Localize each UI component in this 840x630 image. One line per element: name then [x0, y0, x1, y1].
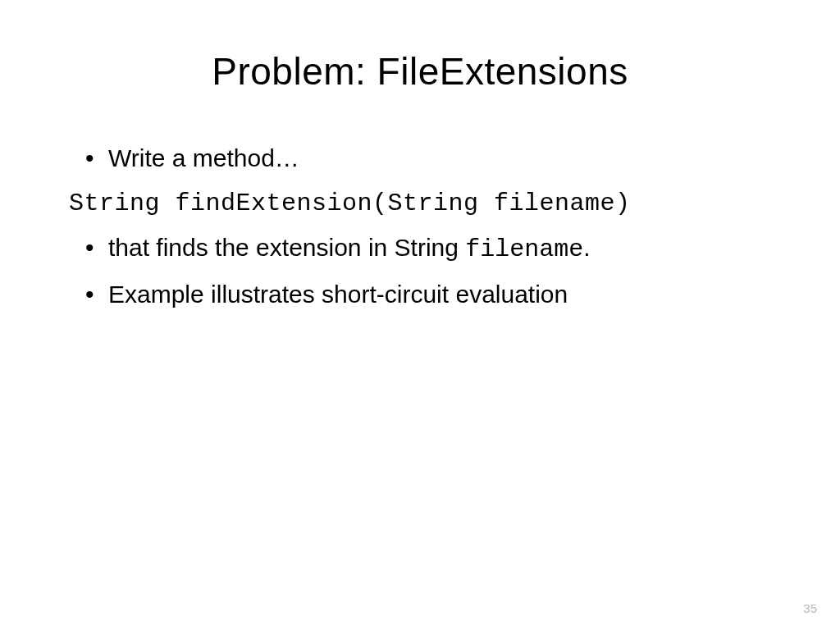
slide: Problem: FileExtensions Write a method… …: [0, 0, 840, 630]
bullet-text: Example illustrates short-circuit evalua…: [108, 281, 568, 308]
slide-title: Problem: FileExtensions: [74, 49, 766, 94]
bullet-text-suffix: .: [583, 234, 590, 261]
code-line: String findExtension(String filename): [69, 185, 766, 223]
page-number: 35: [803, 601, 817, 615]
bullet-item: that finds the extension in String filen…: [74, 229, 766, 269]
bullet-text-prefix: that finds the extension in String: [108, 234, 465, 261]
slide-body: Write a method… String findExtension(Str…: [74, 139, 766, 313]
inline-code: filename: [465, 235, 583, 263]
bullet-item: Write a method…: [74, 139, 766, 178]
bullet-text: Write a method…: [108, 144, 299, 171]
bullet-item: Example illustrates short-circuit evalua…: [74, 276, 766, 314]
